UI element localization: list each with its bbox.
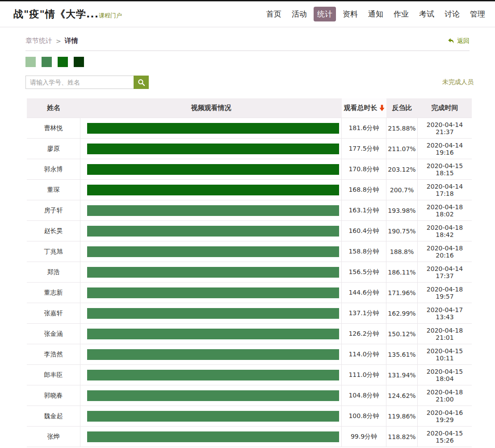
rewatch-ratio: 200.7%: [386, 180, 418, 200]
student-name: 张金涵: [27, 324, 80, 344]
finish-time: 2020-04-14 17:37: [418, 262, 472, 282]
back-link[interactable]: 返回: [448, 37, 470, 45]
nav-item-homework[interactable]: 作业: [390, 7, 412, 21]
nav-item-notice[interactable]: 通知: [365, 7, 387, 21]
nav-item-materials[interactable]: 资料: [339, 7, 361, 21]
breadcrumb-separator: >: [56, 38, 61, 45]
table-row: 张金涵126.2分钟150.12%2020-04-18 21:01: [27, 324, 472, 344]
table-row: 赵长昊160.4分钟190.75%2020-04-18 18:42: [27, 221, 472, 241]
rewatch-ratio: 171.96%: [386, 283, 418, 303]
table-row: 李浩然114.0分钟135.61%2020-04-15 10:11: [27, 344, 472, 365]
watch-bar: [87, 185, 339, 195]
rewatch-ratio: 124.62%: [386, 385, 418, 406]
finish-time: 2020-04-18 19:57: [418, 283, 472, 303]
watch-bar-cell: [80, 283, 342, 303]
watch-duration: 99.9分钟: [342, 427, 386, 447]
watch-bar-cell: [80, 365, 342, 385]
watch-duration: 100.8分钟: [342, 406, 386, 426]
table-header: 姓名视频观看情况观看总时长反刍比完成时间: [27, 98, 472, 118]
student-name: 张嘉轩: [27, 303, 80, 323]
breadcrumb-divider: [25, 51, 470, 51]
watch-duration: 177.5分钟: [342, 139, 386, 159]
breadcrumb-current: 详情: [65, 37, 78, 45]
watch-duration: 170.8分钟: [342, 159, 386, 179]
nav-item-statistics[interactable]: 统计: [314, 7, 336, 21]
student-name: 郎丰臣: [27, 365, 80, 385]
rewatch-ratio: 119.86%: [386, 406, 418, 426]
finish-time: 2020-04-16 19:29: [418, 406, 472, 426]
watch-duration: 104.8分钟: [342, 385, 386, 406]
watch-bar-cell: [80, 385, 342, 406]
stats-table: 姓名视频观看情况观看总时长反刍比完成时间 曹林悦181.6分钟215.88%20…: [27, 98, 472, 447]
rewatch-ratio: 162.99%: [386, 303, 418, 323]
watch-bar-cell: [80, 139, 342, 159]
course-title: 战"疫"情《大学...: [13, 8, 99, 21]
table-row: 郑浩156.5分钟186.11%2020-04-14 17:37: [27, 262, 472, 283]
student-name: 郭永博: [27, 159, 80, 179]
col-header-duration[interactable]: 观看总时长: [342, 98, 386, 118]
watch-duration: 163.1分钟: [342, 200, 386, 220]
watch-bar-cell: [80, 159, 342, 179]
watch-bar: [87, 411, 339, 422]
table-row: 郭晓春104.8分钟124.62%2020-04-18 21:00: [27, 385, 472, 406]
search-input[interactable]: [25, 76, 134, 89]
rewatch-ratio: 190.75%: [386, 221, 418, 241]
rewatch-ratio: 118.82%: [386, 427, 418, 447]
watch-bar-cell: [80, 221, 342, 241]
nav-item-exam[interactable]: 考试: [415, 7, 438, 21]
finish-time: 2020-04-14 17:18: [418, 180, 472, 200]
watch-bar-cell: [80, 180, 342, 200]
nav-item-discussion[interactable]: 讨论: [441, 7, 463, 21]
main-nav: 首页活动统计资料通知作业考试讨论管理: [260, 7, 489, 21]
legend-swatch-2: [42, 57, 52, 67]
watch-bar: [87, 349, 339, 360]
finish-time: 2020-04-18 18:02: [418, 200, 472, 220]
table-row: 郭永博170.8分钟203.12%2020-04-15 18:15: [27, 159, 472, 180]
watch-bar: [87, 390, 339, 401]
table-row: 张烨99.9分钟118.82%2020-04-15 15:26: [27, 427, 472, 447]
col-header-name: 姓名: [27, 98, 80, 118]
table-row: 张嘉轩137.1分钟162.99%2020-04-17 13:43: [27, 303, 472, 324]
nav-item-home[interactable]: 首页: [263, 7, 285, 21]
course-portal-link[interactable]: 课程门户: [99, 12, 122, 20]
breadcrumb-parent-link[interactable]: 章节统计: [25, 37, 52, 45]
watch-bar-cell: [80, 200, 342, 220]
search-button[interactable]: [134, 76, 149, 89]
legend-swatch-3: [58, 57, 68, 67]
rewatch-ratio: 193.98%: [386, 200, 418, 220]
watch-duration: 137.1分钟: [342, 303, 386, 323]
student-name: 董琛: [27, 180, 80, 200]
rewatch-ratio: 131.94%: [386, 365, 418, 385]
col-header-label: 完成时间: [432, 104, 458, 112]
nav-item-activity[interactable]: 活动: [288, 7, 310, 21]
finish-time: 2020-04-15 18:04: [418, 365, 472, 385]
student-name: 郭晓春: [27, 385, 80, 406]
watch-bar: [87, 205, 339, 216]
watch-legend: [25, 57, 495, 67]
col-header-ratio: 反刍比: [386, 98, 418, 118]
table-row: 董琛168.8分钟200.7%2020-04-14 17:18: [27, 180, 472, 200]
watch-bar-cell: [80, 406, 342, 426]
col-header-label: 反刍比: [392, 104, 412, 112]
incomplete-students-link[interactable]: 未完成人员: [442, 78, 474, 86]
watch-bar: [87, 308, 339, 319]
nav-item-manage[interactable]: 管理: [466, 7, 489, 21]
rewatch-ratio: 135.61%: [386, 344, 418, 364]
rewatch-ratio: 150.12%: [386, 324, 418, 344]
finish-time: 2020-04-18 21:01: [418, 324, 472, 344]
col-header-label: 姓名: [47, 104, 60, 112]
table-row: 郎丰臣111.0分钟131.94%2020-04-15 18:04: [27, 365, 472, 385]
student-name: 房子轩: [27, 200, 80, 220]
legend-swatch-1: [25, 57, 36, 67]
watch-bar: [87, 246, 339, 257]
watch-bar-cell: [80, 118, 342, 138]
finish-time: 2020-04-17 13:43: [418, 303, 472, 323]
rewatch-ratio: 203.12%: [386, 159, 418, 179]
finish-time: 2020-04-18 20:16: [418, 241, 472, 262]
rewatch-ratio: 211.07%: [386, 139, 418, 159]
watch-duration: 158.8分钟: [342, 241, 386, 262]
table-body: 曹林悦181.6分钟215.88%2020-04-14 21:37廖原177.5…: [27, 118, 472, 447]
student-name: 曹林悦: [27, 118, 80, 138]
watch-duration: 144.6分钟: [342, 283, 386, 303]
student-name: 丁兆旭: [27, 241, 80, 262]
